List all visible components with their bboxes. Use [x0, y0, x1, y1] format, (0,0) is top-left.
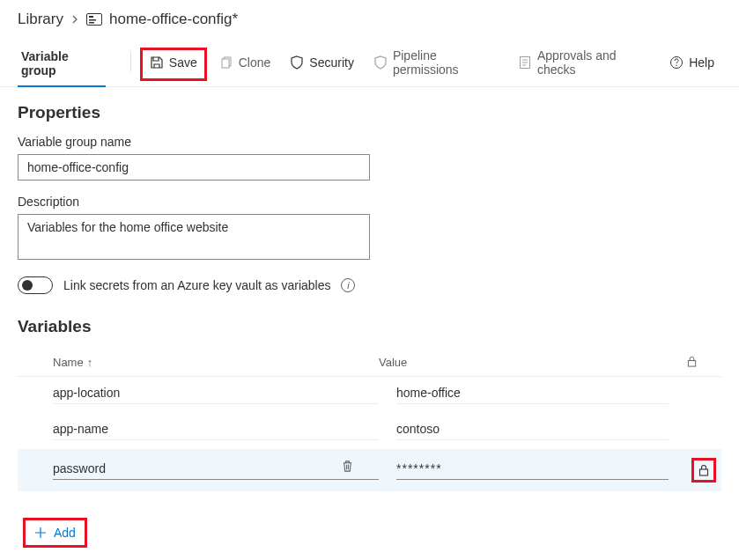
- help-button[interactable]: Help: [662, 50, 721, 78]
- variables-header: Name ↑ Value: [18, 349, 721, 377]
- security-button[interactable]: Security: [283, 50, 361, 78]
- variable-row[interactable]: password ********: [18, 449, 721, 491]
- help-icon: [669, 55, 684, 70]
- add-variable-button[interactable]: Add: [23, 518, 87, 548]
- variables-table: Name ↑ Value app-location home-office ap…: [18, 349, 721, 491]
- link-secrets-label: Link secrets from an Azure key vault as …: [63, 278, 330, 292]
- breadcrumb-root[interactable]: Library: [18, 11, 63, 28]
- name-input[interactable]: [18, 154, 370, 181]
- shield-outline-icon: [373, 55, 388, 70]
- toolbar-separator: [130, 52, 131, 71]
- tab-variable-group[interactable]: Variable group: [18, 42, 106, 86]
- help-label: Help: [689, 55, 714, 70]
- plus-icon: [34, 527, 47, 539]
- shield-icon: [290, 55, 304, 70]
- name-label: Variable group name: [18, 135, 721, 149]
- clone-label: Clone: [239, 55, 271, 70]
- svg-point-7: [676, 65, 677, 66]
- variable-value[interactable]: home-office: [396, 386, 669, 404]
- svg-rect-9: [700, 469, 708, 475]
- col-name-header[interactable]: Name ↑: [53, 356, 379, 369]
- breadcrumb-separator: [70, 15, 79, 24]
- variable-row[interactable]: app-name contoso: [18, 413, 721, 449]
- variable-value[interactable]: ********: [396, 461, 669, 480]
- properties-heading: Properties: [18, 103, 721, 122]
- security-label: Security: [309, 55, 354, 70]
- variable-name[interactable]: app-location: [53, 386, 379, 404]
- approvals-checks-button[interactable]: Approvals and checks: [511, 43, 657, 85]
- description-label: Description: [18, 195, 721, 209]
- lock-button[interactable]: [691, 458, 716, 483]
- variable-lock-cell: [686, 458, 721, 483]
- variable-name[interactable]: app-name: [53, 422, 379, 440]
- variable-row[interactable]: app-location home-office: [18, 377, 721, 413]
- approvals-checks-label: Approvals and checks: [537, 48, 650, 77]
- variable-group-icon: [86, 13, 102, 26]
- link-secrets-toggle[interactable]: [18, 276, 53, 294]
- breadcrumb-current: home-office-config*: [109, 11, 238, 28]
- toggle-knob: [22, 280, 33, 291]
- variable-name[interactable]: password: [53, 461, 379, 480]
- clone-button[interactable]: Clone: [212, 50, 278, 78]
- delete-variable-button[interactable]: [341, 460, 354, 473]
- svg-rect-2: [89, 19, 96, 21]
- description-input[interactable]: [18, 214, 370, 260]
- clone-icon: [219, 55, 233, 70]
- variable-value[interactable]: contoso: [396, 422, 669, 440]
- pipeline-permissions-button[interactable]: Pipeline permissions: [366, 43, 506, 85]
- link-secrets-row: Link secrets from an Azure key vault as …: [18, 276, 721, 294]
- save-button[interactable]: Save: [140, 48, 207, 81]
- svg-rect-1: [89, 16, 93, 18]
- breadcrumb: Library home-office-config*: [0, 0, 739, 35]
- toolbar: Variable group Save Clone Security Pipel…: [0, 35, 739, 87]
- svg-rect-8: [688, 361, 695, 367]
- save-icon: [150, 55, 164, 70]
- variables-heading: Variables: [18, 317, 721, 336]
- variable-name-text: password: [53, 461, 106, 475]
- sort-arrow-icon: ↑: [87, 356, 93, 369]
- svg-rect-4: [222, 59, 229, 68]
- col-lock-header: [686, 356, 721, 369]
- info-icon[interactable]: i: [341, 278, 355, 292]
- col-value-header[interactable]: Value: [379, 356, 686, 369]
- col-name-text: Name: [53, 356, 84, 369]
- content: Properties Variable group name Descripti…: [0, 87, 739, 560]
- save-label: Save: [169, 55, 197, 70]
- add-label: Add: [54, 526, 76, 540]
- checklist-icon: [518, 55, 532, 70]
- svg-rect-3: [89, 22, 94, 24]
- pipeline-permissions-label: Pipeline permissions: [393, 48, 499, 77]
